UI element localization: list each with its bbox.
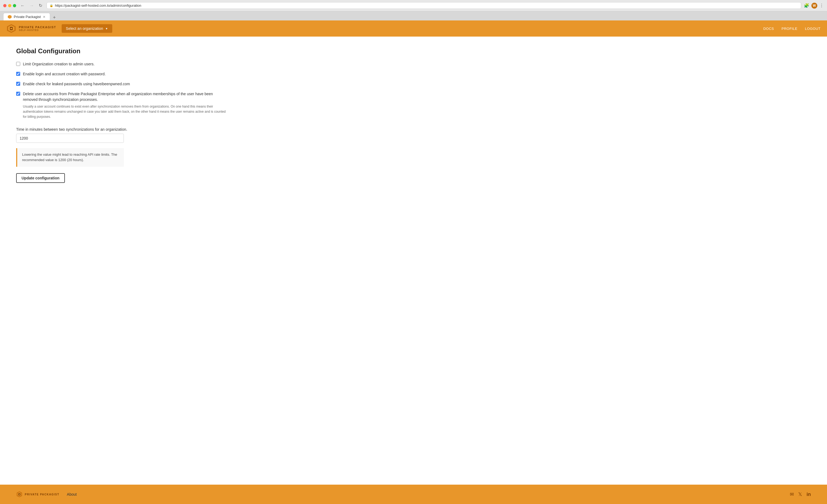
tab-bar: Private Packagist ✕ +: [0, 11, 827, 20]
footer-left: Private Packagist About: [16, 491, 77, 498]
select-org-label: Select an organization: [66, 26, 103, 31]
footer-logo: Private Packagist: [16, 491, 59, 498]
twitter-social-link[interactable]: 𝕏: [798, 491, 802, 497]
minimize-dot[interactable]: [8, 4, 11, 7]
linkedin-icon: in: [807, 492, 811, 497]
main-content: Global Configuration Limit Organization …: [0, 37, 242, 339]
extensions-icon[interactable]: 🧩: [804, 3, 809, 8]
logout-link[interactable]: Logout: [805, 26, 821, 31]
linkedin-social-link[interactable]: in: [807, 492, 811, 497]
browser-chrome: ← → ↻ 🔒 https://packagist-self-hosted.co…: [0, 0, 827, 11]
enable-login-checkbox[interactable]: [16, 72, 20, 76]
email-icon: ✉: [790, 492, 794, 497]
checkbox-item-1: Limit Organization creation to admin use…: [16, 61, 226, 67]
update-configuration-button[interactable]: Update configuration: [16, 173, 65, 183]
footer-about-link[interactable]: About: [67, 492, 77, 497]
limit-org-label: Limit Organization creation to admin use…: [23, 61, 95, 67]
enable-leaked-label: Enable check for leaked passwords using …: [23, 81, 130, 87]
logo-icon: [6, 24, 16, 33]
checkbox-item-2: Enable login and account creation with p…: [16, 71, 226, 77]
checkbox-group: Limit Organization creation to admin use…: [16, 61, 226, 120]
window-controls: [3, 4, 16, 7]
page-title: Global Configuration: [16, 47, 226, 55]
enable-leaked-checkbox[interactable]: [16, 82, 20, 86]
url-text: https://packagist-self-hosted.com.lo/adm…: [55, 3, 141, 7]
lock-icon: 🔒: [50, 4, 53, 7]
svg-rect-3: [10, 28, 12, 29]
footer-social: ✉ 𝕏 in: [790, 491, 811, 497]
checkbox-item-4: Delete user accounts from Private Packag…: [16, 91, 226, 120]
maximize-dot[interactable]: [13, 4, 16, 7]
svg-rect-7: [19, 494, 20, 495]
delete-user-label: Delete user accounts from Private Packag…: [23, 92, 213, 102]
header-nav: Docs Profile Logout: [763, 26, 821, 31]
tab-favicon: [8, 15, 11, 19]
checkbox-item-3: Enable check for leaked passwords using …: [16, 81, 226, 87]
address-bar[interactable]: 🔒 https://packagist-self-hosted.com.lo/a…: [47, 2, 801, 9]
reload-button[interactable]: ↻: [37, 2, 44, 9]
browser-nav: ← → ↻: [19, 2, 44, 9]
sync-label: Time in minutes between two synchronizat…: [16, 127, 226, 131]
sync-input[interactable]: [16, 134, 124, 143]
sync-input-section: Time in minutes between two synchronizat…: [16, 127, 226, 143]
menu-icon[interactable]: ⋮: [820, 3, 824, 8]
tab-title: Private Packagist: [14, 15, 41, 19]
user-avatar[interactable]: W: [811, 3, 817, 9]
footer-logo-text: Private Packagist: [25, 493, 59, 496]
new-tab-button[interactable]: +: [51, 15, 58, 20]
header: Private Packagist Self-Hosted Select an …: [0, 20, 827, 37]
footer: Private Packagist About ✉ 𝕏 in: [0, 485, 827, 504]
twitter-icon: 𝕏: [798, 492, 802, 497]
browser-actions: 🧩 W ⋮: [804, 3, 824, 9]
tab-close-button[interactable]: ✕: [43, 15, 46, 19]
limit-org-checkbox[interactable]: [16, 62, 20, 66]
profile-link[interactable]: Profile: [781, 26, 797, 31]
warning-text: Lowering the value might lead to reachin…: [22, 153, 117, 162]
delete-user-description: Usually a user account continues to exis…: [23, 104, 226, 120]
logo-link[interactable]: Private Packagist Self-Hosted: [6, 24, 56, 33]
back-button[interactable]: ←: [19, 2, 27, 9]
footer-logo-icon: [16, 491, 22, 498]
select-org-button[interactable]: Select an organization ▼: [62, 24, 112, 33]
email-social-link[interactable]: ✉: [790, 491, 794, 497]
close-dot[interactable]: [3, 4, 6, 7]
enable-login-label: Enable login and account creation with p…: [23, 71, 105, 77]
delete-user-checkbox[interactable]: [16, 92, 20, 96]
active-tab[interactable]: Private Packagist ✕: [3, 13, 50, 20]
forward-button[interactable]: →: [28, 2, 36, 9]
logo-text: Private Packagist Self-Hosted: [19, 25, 56, 32]
chevron-down-icon: ▼: [105, 27, 108, 30]
warning-box: Lowering the value might lead to reachin…: [16, 148, 124, 167]
docs-link[interactable]: Docs: [763, 26, 774, 31]
